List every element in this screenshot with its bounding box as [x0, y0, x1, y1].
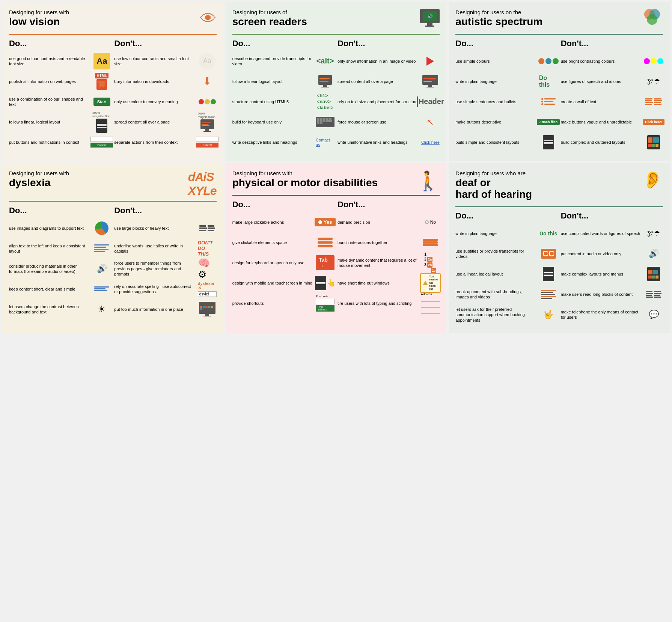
list-item: rely on text size and placement for stru… — [338, 93, 440, 110]
dyslexia-icon: dAiSXYLe — [188, 170, 217, 198]
list-item: write in plain language Do this — [455, 225, 557, 242]
list-item: make telephone the only means of contact… — [561, 306, 663, 323]
panel-subtitle-deaf: Designing for users who are — [455, 170, 532, 176]
item-icon-birds-umbrella: 🕊☂ — [644, 73, 663, 90]
item-text: use a combination of colour, shapes and … — [9, 96, 89, 107]
item-icon-volume-muted: 🔊 — [644, 245, 663, 262]
list-item: spread content all over a page 200% magn… — [114, 114, 216, 130]
list-item: build for keyboard use only — [232, 114, 334, 130]
item-icon-touch: 👆 — [316, 275, 334, 291]
list-item: put content in audio or video only 🔊 — [561, 245, 663, 262]
list-item: use a combination of colour, shapes and … — [9, 93, 111, 110]
list-item: structure content using HTML5 <h1><nav><… — [232, 93, 334, 110]
item-text: use large blocks of heavy text — [114, 226, 194, 231]
screen-reader-icon: 🔊 — [420, 9, 440, 27]
item-icon-start: Start — [92, 93, 111, 110]
item-icon-address: Address — [421, 295, 440, 312]
panel-deaf: Designing for users who are deaf or hard… — [449, 163, 670, 334]
item-icon-cc: CC — [539, 245, 558, 262]
item-icon-attach: Attach files — [539, 114, 558, 130]
list-item: bunch interactions together — [338, 234, 440, 251]
item-icon-speaker: 🔊 — [92, 261, 111, 277]
item-icon-heavy-text — [198, 220, 217, 236]
list-item: design with mobile and touchscreen in mi… — [232, 275, 334, 291]
panel-title-dyslexia: dyslexia — [9, 177, 69, 189]
item-icon-alt: <alt> — [316, 53, 334, 69]
item-text: build simple and consistent layouts — [455, 140, 536, 145]
panel-subtitle-motor: Designing for users with — [232, 170, 378, 176]
item-text: make buttons vague and unpredictable — [561, 119, 641, 125]
item-text: make buttons descriptive — [455, 119, 536, 125]
dont-column-deaf: Don't... use complicated words or figure… — [561, 211, 663, 327]
item-icon-contrast: ☀ — [92, 301, 111, 318]
item-text: let users change the contrast between ba… — [9, 304, 89, 315]
list-item: write uninformative links and headings C… — [338, 134, 440, 151]
item-text: force mouse or screen use — [338, 119, 418, 125]
item-icon-postcode: Postcode Find address — [316, 295, 334, 312]
item-text: use simple sentences and bullets — [455, 99, 536, 104]
item-text: use low colour contrasts and small a fon… — [114, 56, 194, 67]
item-text: make telephone the only means of contact… — [561, 309, 641, 320]
item-text: write in plain language — [455, 231, 536, 236]
item-text: force users to remember things from prev… — [114, 261, 194, 277]
do-column-low-vision: Do... use good colour contrasts and a re… — [9, 39, 111, 154]
item-icon-tablet-complex — [644, 134, 663, 151]
item-icon-keyboard — [316, 114, 334, 130]
item-text: bunch interactions together — [338, 240, 418, 245]
list-item: force users to remember things from prev… — [114, 261, 216, 277]
dont-column-motor: Don't... demand precision No bunch inter… — [338, 200, 440, 315]
list-item: align text to the left and keep a consis… — [9, 240, 111, 257]
list-item: use images and diagrams to support text — [9, 220, 111, 236]
list-item: use simple sentences and bullets — [455, 93, 557, 110]
do-column-autistic: Do... use simple colours write in plain … — [455, 39, 557, 154]
item-icon-simple-colors — [539, 53, 558, 69]
item-icon-tablet-linear — [539, 266, 558, 282]
panel-header-autistic: Designing for users on the autistic spec… — [455, 9, 663, 35]
list-item: let users ask for their preferred commun… — [455, 306, 557, 323]
item-text: create a wall of text — [561, 99, 641, 104]
list-item: describe images and provide transcripts … — [232, 53, 334, 69]
item-text: build complex and cluttered layouts — [561, 140, 641, 145]
item-icon-complex-tablet — [644, 266, 663, 282]
dont-header-low-vision: Don't... — [114, 39, 216, 50]
panel-title-deaf: deaf or hard of hearing — [455, 177, 532, 200]
deaf-icon: 👂 — [642, 170, 663, 190]
list-item: use a linear, logical layout — [455, 266, 557, 282]
do-header-low-vision: Do... — [9, 39, 111, 50]
item-text: write descriptive links and headings — [232, 140, 313, 145]
list-item: only use colour to convey meaning — [114, 93, 216, 110]
item-text: align text to the left and keep a consis… — [9, 243, 89, 254]
item-text: tire users with lots of typing and scrol… — [338, 301, 418, 306]
panel-header-screen-readers: Designing for users of screen readers 🔊 — [232, 9, 440, 35]
list-item: break up content with sub-headings, imag… — [455, 286, 557, 303]
list-item: force mouse or screen use ↖ — [338, 114, 440, 130]
do-header-deaf: Do... — [455, 211, 557, 222]
panel-title-autistic: autistic spectrum — [455, 16, 542, 28]
list-item: separate actions from their context Subm… — [114, 134, 216, 151]
item-text: underline words, use italics or write in… — [114, 243, 194, 254]
item-icon-chat-bubble: 💬 — [644, 306, 663, 323]
item-text: make users read long blocks of content — [561, 292, 641, 297]
list-item: keep content short, clear and simple — [9, 281, 111, 297]
list-item: provide shortcuts Postcode Find address — [232, 295, 334, 312]
item-icon-monitor-lines — [316, 73, 334, 90]
item-text: put too much information in one place — [114, 307, 194, 312]
list-item: make buttons descriptive Attach files — [455, 114, 557, 130]
item-icon-spread-monitor: 200% magnification — [198, 114, 217, 130]
motor-icon: 🚶 — [416, 170, 440, 192]
dont-column-dyslexia: Don't... use large blocks of heavy text — [114, 206, 216, 321]
dont-column-low-vision: Don't... use low colour contrasts and sm… — [114, 39, 216, 154]
list-item: write in plain language Do this — [455, 73, 557, 90]
item-text: build for keyboard use only — [232, 119, 313, 125]
item-text: demand precision — [338, 220, 418, 225]
list-item: follow a linear logical layout — [232, 73, 334, 90]
list-item: put buttons and notifications in context… — [9, 134, 111, 151]
item-text: spread content all over a page — [338, 79, 418, 84]
list-item: follow a linear, logical layout 200% mag… — [9, 114, 111, 130]
item-icon-short-lines — [92, 281, 111, 297]
item-text: bury information in downloads — [114, 79, 194, 84]
item-text: structure content using HTML5 — [232, 99, 313, 104]
item-icon-subheadings — [539, 286, 558, 303]
item-icon-bullets — [539, 93, 558, 110]
do-header-autistic: Do... — [455, 39, 557, 50]
